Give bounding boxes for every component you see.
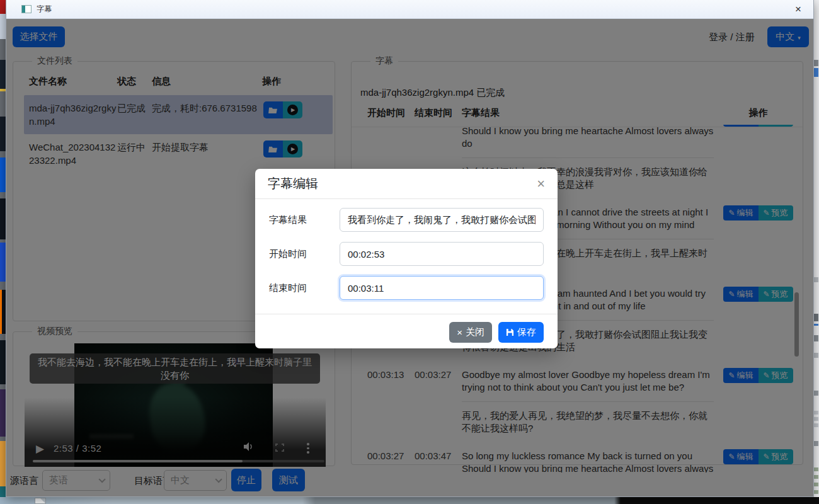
desktop-file-icon: [35, 498, 46, 504]
background-text-fragment: [814, 475, 818, 479]
dialog-footer: × 关闭 保存: [255, 314, 558, 350]
background-text-fragment: [814, 60, 818, 66]
background-text-fragment: [814, 353, 818, 358]
dialog-header: 字幕编辑 ×: [255, 169, 558, 199]
desktop-icon-fragment: [0, 389, 6, 437]
end-time-input[interactable]: [340, 276, 544, 300]
background-text-fragment: [814, 441, 818, 446]
dialog-close-button[interactable]: × 关闭: [449, 322, 492, 343]
background-text-fragment: [814, 314, 818, 321]
desktop-icon-fragment: [0, 14, 6, 39]
start-time-input[interactable]: [340, 242, 544, 266]
subtitle-edit-dialog: 字幕编辑 × 字幕结果 开始时间 结束时间: [255, 169, 558, 348]
background-text-fragment: [814, 467, 818, 471]
background-text-fragment: [814, 490, 818, 494]
dialog-save-button[interactable]: 保存: [498, 322, 544, 343]
subtitle-text-label: 字幕结果: [269, 214, 340, 226]
desktop-icon-fragment: [0, 243, 6, 282]
desktop-left-strip: [0, 0, 6, 504]
save-button-label: 保存: [517, 326, 536, 338]
app-content: 选择文件 登录 / 注册 中文 ▾ 文件列表 文件名称 状态 信息 操作 md: [6, 19, 813, 496]
start-time-field: 开始时间: [269, 242, 544, 266]
background-text-fragment: [814, 277, 818, 282]
background-text-fragment: [814, 411, 818, 415]
background-text-fragment: [814, 324, 818, 326]
desktop-icon-fragment: [0, 290, 6, 334]
dialog-close-icon[interactable]: ×: [537, 176, 545, 192]
desktop-icon-fragment: [0, 60, 6, 91]
start-time-label: 开始时间: [269, 248, 340, 260]
desktop-icon-fragment: [0, 117, 6, 151]
end-time-field: 结束时间: [269, 276, 544, 300]
close-icon: ×: [457, 327, 462, 338]
subtitle-text-field: 字幕结果: [269, 208, 544, 232]
taskbar-strip: [0, 497, 819, 504]
background-text-fragment: [814, 335, 818, 341]
background-window-strip: [813, 0, 819, 504]
window-title: 字幕: [37, 4, 52, 14]
window-close-icon[interactable]: ×: [789, 3, 807, 16]
dialog-body: 字幕结果 开始时间 结束时间: [255, 199, 558, 314]
desktop-icon-fragment: [0, 158, 6, 192]
background-text-fragment: [814, 68, 818, 77]
save-icon: [506, 328, 514, 336]
screen: 字幕 × 选择文件 登录 / 注册 中文 ▾ 文件列表 文件名称 状态 信息 操…: [0, 0, 819, 504]
desktop-icon-fragment: [0, 0, 6, 14]
window-titlebar: 字幕 ×: [6, 0, 813, 19]
background-text-fragment: [814, 391, 818, 396]
desktop-icon-fragment: [0, 441, 6, 486]
app-window: 字幕 × 选择文件 登录 / 注册 中文 ▾ 文件列表 文件名称 状态 信息 操…: [6, 0, 814, 497]
background-text-fragment: [814, 417, 818, 421]
dialog-title: 字幕编辑: [268, 175, 318, 192]
close-button-label: 关闭: [466, 326, 484, 338]
desktop-icon-fragment: [0, 340, 6, 384]
background-text-fragment: [814, 483, 818, 486]
background-text-fragment: [814, 423, 818, 427]
desktop-icon-fragment: [0, 198, 6, 239]
end-time-label: 结束时间: [269, 282, 340, 294]
subtitle-text-input[interactable]: [340, 208, 544, 232]
app-icon: [21, 5, 32, 13]
